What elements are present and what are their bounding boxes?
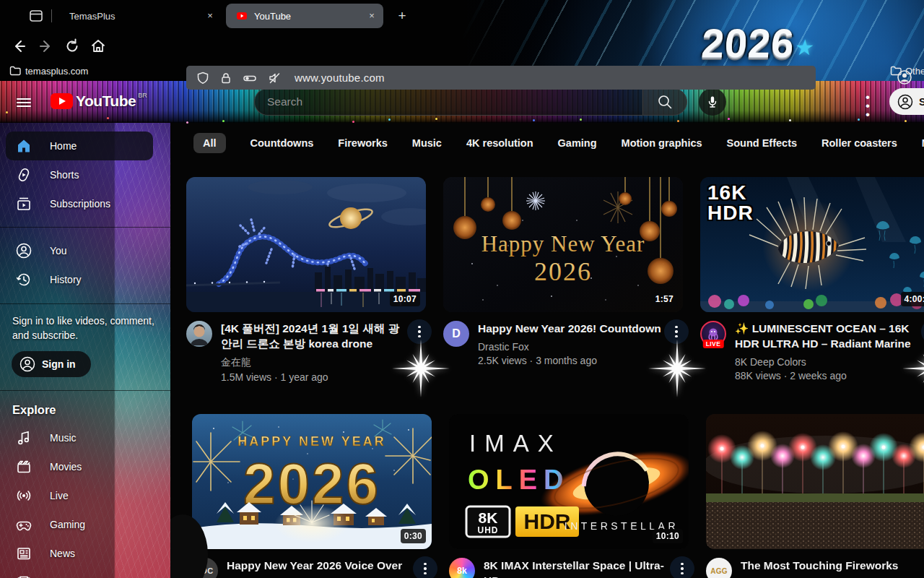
youtube-wordmark: YouTube	[76, 93, 136, 109]
video-thumbnail-new-year-village[interactable]: HAPPY NEW YEAR 2026 0:30	[192, 414, 432, 549]
avatar-initial: 8k	[457, 566, 466, 576]
chip-sound-effects[interactable]: Sound Effects	[727, 137, 797, 149]
tab-youtube-active[interactable]: YouTube ×	[226, 4, 383, 28]
bookmark-temasplus[interactable]: temasplus.com	[9, 66, 88, 77]
thumb-16k-hdr-badge: 16K HDR	[707, 183, 754, 223]
sidebar-item-music[interactable]: Music	[0, 423, 170, 452]
chip-gaming[interactable]: Gaming	[558, 137, 597, 149]
close-tab-icon[interactable]: ×	[366, 10, 378, 22]
back-button[interactable]	[10, 38, 27, 55]
channel-avatar[interactable]: AGG	[706, 558, 732, 578]
video-title[interactable]: 8K IMAX Interstellar Space | Ultra-HD	[484, 558, 689, 578]
thumb-text-line1: Happy New Year	[481, 231, 645, 256]
search-input[interactable]	[267, 95, 614, 108]
guide-menu-button[interactable]	[16, 94, 32, 110]
confetti-dots	[6, 111, 8, 113]
channel-name[interactable]: 8K Deep Colors	[735, 356, 924, 368]
chip-roller-coasters[interactable]: Roller coasters	[821, 137, 897, 149]
sidebar-item-partial[interactable]	[0, 568, 170, 578]
subscriptions-icon	[15, 195, 32, 212]
video-card[interactable]: 2 AGG The Most Touching Fireworks	[706, 414, 924, 578]
youtube-logo[interactable]: YouTube BR	[51, 93, 147, 109]
chip-all[interactable]: All	[193, 133, 226, 153]
signin-message: Sign in to like videos, comment, and sub…	[12, 314, 155, 342]
sidebar-item-shorts[interactable]: Shorts	[0, 160, 170, 189]
bookmark-other-folder[interactable]: Other	[890, 66, 924, 77]
sidebar-item-news[interactable]: News	[0, 539, 170, 568]
channel-avatar[interactable]: 8k	[449, 558, 475, 578]
youtube-favicon	[236, 10, 248, 22]
channel-avatar[interactable]	[186, 321, 212, 347]
theme-year-text: 2026	[700, 25, 796, 62]
voice-search-button[interactable]	[699, 88, 726, 116]
sidebar-item-label: History	[50, 274, 82, 285]
search-button[interactable]	[642, 88, 687, 116]
chip-music[interactable]: Music	[412, 137, 442, 149]
chip-motion-graphics[interactable]: Motion graphics	[622, 137, 702, 149]
signin-button-sidebar[interactable]: Sign in	[12, 351, 91, 377]
home-button[interactable]	[90, 38, 107, 55]
signin-label: Sign in	[919, 96, 924, 108]
signin-button-top[interactable]: Sign in	[889, 88, 924, 115]
sidebar-item-gaming[interactable]: Gaming	[0, 510, 170, 539]
sidebar-item-label: Subscriptions	[50, 198, 110, 210]
country-code: BR	[138, 92, 147, 99]
movies-icon	[15, 458, 32, 475]
reload-button[interactable]	[64, 38, 81, 55]
duration-badge: 4:00:0	[901, 292, 924, 306]
masthead-kebab-menu[interactable]: •••	[859, 92, 876, 112]
video-card[interactable]: HAPPY NEW YEAR 2026 0:30 4DC Happy New Y…	[192, 414, 432, 578]
video-thumbnail-touching-fireworks[interactable]: 2	[706, 414, 924, 549]
sidebar-item-label: News	[50, 548, 75, 559]
video-title[interactable]: ✨ LUMINESCENT OCEAN – 16K HDR ULTRA HD –…	[735, 321, 924, 351]
duration-badge: 10:07	[390, 292, 420, 306]
svg-text:8K: 8K	[479, 509, 498, 526]
avatar-initial: D	[452, 327, 461, 340]
sidebar-item-history[interactable]: History	[0, 265, 170, 294]
bookmark-label: temasplus.com	[25, 66, 88, 77]
microphone-icon	[705, 95, 720, 109]
search-area	[254, 88, 687, 116]
sidebar-item-you[interactable]: You	[0, 236, 170, 265]
guide-sidebar: Home Shorts Subscriptions You History Si…	[0, 123, 170, 578]
forward-button[interactable]	[38, 38, 55, 55]
sidebar-item-live[interactable]: Live	[0, 481, 170, 510]
sidebar-item-movies[interactable]: Movies	[0, 452, 170, 481]
video-thumbnail-drone-show[interactable]: 10:07	[186, 177, 426, 312]
video-kebab-menu[interactable]	[413, 556, 437, 578]
chip-fireworks[interactable]: Fireworks	[338, 137, 388, 149]
duration-badge: 1:57	[652, 292, 677, 306]
chip-countdowns[interactable]: Countdowns	[250, 137, 314, 149]
video-card[interactable]: IMAX OLED 8K UHD HDR INTERSTELLAR 10:10 …	[449, 414, 689, 578]
video-title[interactable]: Happy New Year 2026 Voice Over	[227, 558, 432, 573]
sidebar-item-label: Movies	[50, 461, 82, 473]
sidebar-divider	[0, 227, 170, 228]
person-icon	[897, 93, 914, 111]
sidebar-item-subscriptions[interactable]: Subscriptions	[0, 189, 170, 218]
browser-chrome: TemasPlus × YouTube × + www.youtube.com	[0, 0, 924, 81]
person-icon	[19, 355, 36, 373]
tab-temasplus[interactable]: TemasPlus ×	[56, 4, 219, 28]
chip-4k-resolution[interactable]: 4K resolution	[466, 137, 533, 149]
sidebar-item-label: Shorts	[50, 169, 79, 181]
search-box[interactable]	[254, 88, 642, 116]
video-title[interactable]: The Most Touching Fireworks	[741, 558, 924, 573]
video-thumbnail-new-year-countdown[interactable]: Happy New Year 2026 1:57	[443, 177, 683, 312]
video-kebab-menu[interactable]	[670, 556, 694, 578]
theme-2026-graphic: 2026 ★	[700, 25, 816, 62]
new-tab-button[interactable]: +	[393, 7, 411, 25]
explore-section-title: Explore	[12, 403, 56, 417]
sidebar-divider	[0, 303, 170, 304]
video-title[interactable]: Happy New Year 2026! Countdown	[478, 321, 683, 336]
video-thumbnail-imax-interstellar[interactable]: IMAX OLED 8K UHD HDR INTERSTELLAR 10:10	[449, 414, 689, 549]
firefox-view-button[interactable]	[29, 9, 43, 23]
video-card[interactable]: 16K HDR 4:00:0 LIVE ✨ LUMINESCENT OCEAN …	[700, 177, 924, 381]
home-icon	[15, 137, 32, 155]
firefox-window: { "browser": { "tabs": [ {"title": "Tema…	[0, 0, 924, 578]
sidebar-item-label: Music	[50, 432, 77, 444]
tab-title: YouTube	[254, 11, 291, 22]
close-tab-icon[interactable]: ×	[204, 10, 216, 22]
music-icon	[15, 429, 32, 447]
sidebar-item-home[interactable]: Home	[0, 131, 170, 160]
video-thumbnail-luminescent-ocean[interactable]: 16K HDR 4:00:0	[700, 177, 924, 312]
